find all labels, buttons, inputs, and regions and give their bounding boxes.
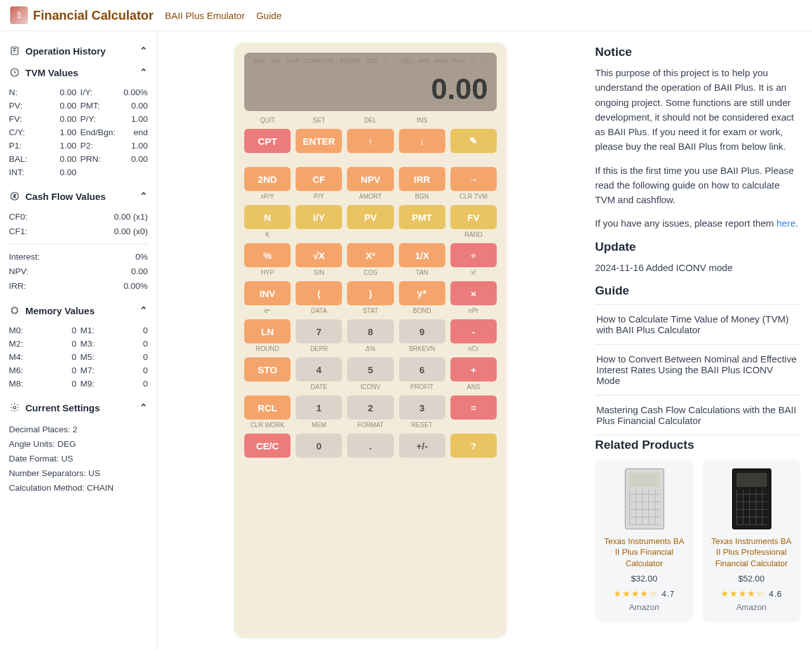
key-7[interactable]: 7 (296, 319, 342, 343)
tvm-row: FV:0.00 (9, 112, 77, 126)
key-[interactable]: + (450, 357, 497, 381)
key-8[interactable]: 8 (347, 319, 393, 343)
indicator: RAD (453, 58, 466, 64)
key-sto[interactable]: STO (244, 357, 291, 381)
memory-row: M6:0 (9, 364, 77, 377)
key-[interactable]: ↑ (347, 129, 393, 153)
key-[interactable]: - (450, 319, 497, 343)
key-[interactable]: ↓ (399, 129, 445, 153)
key-ce-c[interactable]: CE/C (244, 434, 291, 458)
key-1-x[interactable]: 1/X (399, 243, 445, 267)
key-secondary-label: P/Y (296, 192, 342, 201)
key-5[interactable]: 5 (347, 357, 393, 381)
logo[interactable]: ₿ Financial Calculator (10, 6, 154, 24)
key-secondary-label (347, 154, 393, 163)
key-irr[interactable]: IRR (399, 167, 445, 191)
indicator: BGN (435, 58, 447, 64)
key-secondary-label: STAT (347, 307, 393, 315)
notice-paragraph-2: If this is the first time you use BAII P… (595, 163, 801, 208)
section-settings[interactable]: Current Settings ⌃ (6, 397, 150, 418)
indicator: 2ND (253, 58, 265, 64)
section-operation-history[interactable]: Operation History ⌃ (6, 40, 150, 62)
key-4[interactable]: 4 (296, 357, 342, 381)
key-secondary-label: Δ% (347, 345, 393, 354)
key-inv[interactable]: INV (244, 281, 291, 305)
key-y[interactable]: yˣ (399, 281, 445, 305)
key-9[interactable]: 9 (399, 319, 445, 343)
key-[interactable]: ? (450, 434, 497, 458)
key-secondary-label: x! (450, 269, 497, 277)
key-0[interactable]: 0 (296, 434, 342, 458)
key-2[interactable]: 2 (347, 395, 393, 420)
tvm-row: End/Bgn:end (81, 126, 148, 139)
section-memory[interactable]: Memory Values ⌃ (6, 300, 150, 321)
memory-grid: M0:0M1:0M2:0M3:0M4:0M5:0M6:0M7:0M8:0M9:0 (6, 321, 150, 397)
key-secondary-label: INS (399, 116, 445, 125)
key-x[interactable]: X² (347, 243, 393, 267)
key-6[interactable]: 6 (399, 357, 445, 381)
key-secondary-label: AMORT (347, 192, 393, 201)
section-cashflow[interactable]: Cash Flow Values ⌃ (6, 185, 150, 207)
key-3[interactable]: 3 (399, 395, 445, 420)
indicator: INV (271, 58, 281, 64)
key-[interactable]: . (347, 434, 393, 458)
section-title: Operation History (25, 46, 106, 56)
key-[interactable]: ✎ (450, 129, 497, 153)
product-card[interactable]: Texas Instruments BA II Plus Professiona… (702, 460, 801, 623)
key-[interactable]: +/- (399, 434, 445, 458)
key-fv[interactable]: FV (450, 205, 497, 229)
key-rcl[interactable]: RCL (244, 395, 291, 420)
product-rating: ★★★★☆4.6 (709, 588, 794, 599)
key-secondary-label (347, 230, 393, 239)
key-[interactable]: ( (296, 281, 342, 305)
indicator: ⤺ (471, 58, 476, 64)
display-value: 0.00 (253, 64, 488, 106)
report-link[interactable]: here (776, 218, 796, 229)
products-grid: Texas Instruments BA II Plus Financial C… (595, 460, 801, 623)
key-n[interactable]: N (244, 205, 291, 229)
key-ln[interactable]: LN (244, 319, 291, 343)
key-enter[interactable]: ENTER (296, 129, 342, 153)
key-[interactable]: → (450, 167, 497, 191)
memory-row: M9:0 (81, 377, 148, 390)
key-cf[interactable]: CF (296, 167, 342, 191)
tvm-row: PV:0.00 (9, 99, 77, 112)
product-price: $52.00 (709, 574, 794, 583)
guide-item[interactable]: How to Calculate Time Value of Money (TV… (595, 305, 801, 345)
indicator: ↑ (384, 58, 387, 64)
section-title: Current Settings (25, 402, 100, 413)
guide-item[interactable]: Mastering Cash Flow Calculations with th… (595, 395, 801, 435)
key-secondary-label: nCr (450, 345, 497, 354)
key-[interactable]: = (450, 395, 497, 420)
key-2nd[interactable]: 2ND (244, 167, 291, 191)
chevron-up-icon: ⌃ (140, 190, 148, 202)
key-1[interactable]: 1 (296, 395, 342, 420)
key-secondary-label: ANS (450, 383, 497, 392)
key-i-y[interactable]: I/Y (296, 205, 342, 229)
nav-emulator[interactable]: BAII Plus Emulator (165, 10, 245, 21)
product-card[interactable]: Texas Instruments BA II Plus Financial C… (595, 460, 693, 623)
chevron-up-icon: ⌃ (140, 45, 148, 56)
key-secondary-label: BOND (399, 307, 445, 315)
key-pmt[interactable]: PMT (399, 205, 445, 229)
key-[interactable]: × (450, 281, 497, 305)
key-[interactable]: % (244, 243, 291, 267)
memory-row: M5:0 (81, 350, 148, 364)
products-title: Related Products (595, 438, 801, 452)
key-secondary-label: QUIT (244, 116, 291, 125)
guide-item[interactable]: How to Convert Between Nominal and Effec… (595, 345, 801, 395)
key-x[interactable]: √X (296, 243, 342, 267)
key-[interactable]: ) (347, 281, 393, 305)
key-[interactable]: ÷ (450, 243, 497, 267)
tvm-row: PMT:0.00 (81, 99, 148, 112)
nav-guide[interactable]: Guide (256, 10, 282, 21)
chip-icon (9, 305, 20, 316)
npv-row: NPV:0.00 (9, 264, 148, 279)
key-secondary-label (450, 421, 497, 430)
section-tvm[interactable]: TVM Values ⌃ (6, 62, 150, 83)
interest-row: Interest:0% (9, 249, 148, 264)
key-npv[interactable]: NPV (347, 167, 393, 191)
product-seller: Amazon (601, 602, 687, 612)
key-pv[interactable]: PV (347, 205, 393, 229)
key-cpt[interactable]: CPT (244, 129, 291, 153)
